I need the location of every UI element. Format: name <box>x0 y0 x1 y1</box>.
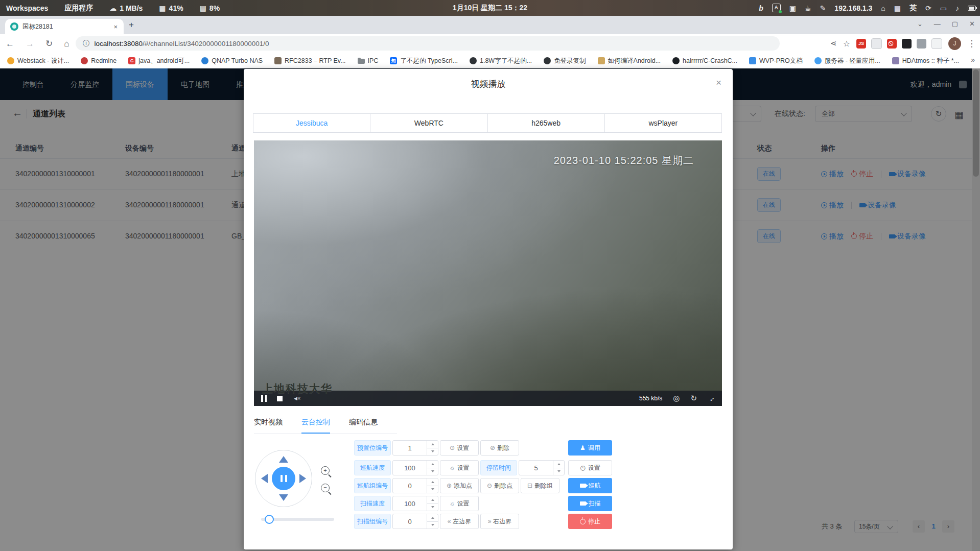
ptz-up-arrow[interactable] <box>279 456 288 463</box>
ptz-button-删除[interactable]: ⊘删除 <box>480 440 519 456</box>
bing-tray-icon[interactable]: b <box>759 4 763 12</box>
applications-menu[interactable]: 应用程序 <box>58 4 99 13</box>
extension-puzzle-icon[interactable] <box>917 39 926 49</box>
volume-icon[interactable]: ♪ <box>955 4 959 12</box>
workspace-grid-icon[interactable]: ▦ <box>894 4 901 12</box>
ptz-speed-slider[interactable] <box>261 518 334 521</box>
clipboard-tray-icon[interactable]: ▣ <box>789 4 796 12</box>
window-minimize-icon[interactable]: — <box>934 20 941 28</box>
player-refresh-icon[interactable]: ↻ <box>690 394 697 403</box>
spinner-up-icon[interactable] <box>553 461 564 468</box>
number-input[interactable]: 100 <box>392 496 438 511</box>
player-settings-icon[interactable]: ◎ <box>673 394 680 403</box>
caffeine-tray-icon[interactable]: ☕ <box>805 4 811 12</box>
spinner-down-icon[interactable] <box>427 486 438 493</box>
colorpicker-tray-icon[interactable]: ✎ <box>820 4 826 12</box>
share-icon[interactable]: ⋖ <box>830 39 837 48</box>
ptz-action-巡航[interactable]: 巡航 <box>568 478 612 493</box>
spinner-up-icon[interactable] <box>427 441 438 448</box>
dialog-close-icon[interactable]: × <box>716 77 721 88</box>
zoom-out-icon[interactable] <box>321 484 330 492</box>
ptz-button-设置[interactable]: ☼设置 <box>440 496 479 511</box>
slider-thumb[interactable] <box>265 515 274 524</box>
bookmark-item-11[interactable]: WVP-PRO文档 <box>749 57 803 65</box>
bookmark-item-3[interactable]: QNAP Turbo NAS <box>201 57 263 64</box>
ptz-down-arrow[interactable] <box>279 494 288 501</box>
profile-avatar[interactable]: J <box>948 37 961 50</box>
new-tab-button[interactable]: + <box>129 20 134 30</box>
spinner-up-icon[interactable] <box>427 478 438 486</box>
spinner-down-icon[interactable] <box>427 448 438 456</box>
bookmark-item-13[interactable]: HDAtmos :: 种子 *... <box>892 57 959 65</box>
display-tray-icon[interactable]: ▭ <box>940 4 947 12</box>
spinner-down-icon[interactable] <box>553 468 564 475</box>
stop-icon[interactable] <box>277 396 283 401</box>
input-language-indicator[interactable]: 英 <box>909 4 917 13</box>
number-input[interactable]: 0 <box>392 514 438 529</box>
ptz-action-停止[interactable]: 停止 <box>568 514 612 529</box>
ptz-action-扫描[interactable]: 扫描 <box>568 496 612 511</box>
bookmark-item-0[interactable]: Webstack - 设计... <box>7 57 69 65</box>
bookmark-item-6[interactable]: 知了不起的 TypeScri... <box>390 57 458 65</box>
spinner-up-icon[interactable] <box>427 514 438 522</box>
player-tab-h265web[interactable]: h265web <box>488 114 605 132</box>
screen-rotate-icon[interactable]: ⟳ <box>925 4 931 12</box>
forward-icon[interactable]: → <box>20 39 40 49</box>
ptz-button-设置[interactable]: ☼设置 <box>440 460 479 475</box>
ptz-button-左边界[interactable]: «左边界 <box>440 514 479 529</box>
workspaces-button[interactable]: Workspaces <box>0 4 54 12</box>
player-tab-jessibuca[interactable]: Jessibuca <box>253 114 370 132</box>
ptz-button-设置[interactable]: ⊙设置 <box>440 440 479 456</box>
ime-indicator-icon[interactable]: A <box>772 4 781 12</box>
spinner-up-icon[interactable] <box>427 496 438 504</box>
extension-window-icon[interactable] <box>931 38 942 49</box>
ptz-button-删除点[interactable]: ⊖删除点 <box>480 478 519 493</box>
window-close-icon[interactable]: ✕ <box>969 20 975 28</box>
pause-icon[interactable] <box>261 395 267 402</box>
number-input[interactable]: 100 <box>392 460 438 475</box>
browser-menu-icon[interactable]: ⋮ <box>967 38 976 49</box>
ptz-button-右边界[interactable]: »右边界 <box>480 514 519 529</box>
tab-search-icon[interactable]: ⌄ <box>917 20 923 28</box>
extension-js-icon[interactable]: JS <box>856 39 866 49</box>
spinner-down-icon[interactable] <box>427 522 438 529</box>
home-icon[interactable]: ⌂ <box>58 39 75 49</box>
zoom-in-icon[interactable] <box>321 466 330 475</box>
ptz-action-设置[interactable]: ◷设置 <box>568 460 612 475</box>
address-bar[interactable]: ⓘ localhost:38080/#/channelList/34020000… <box>76 36 780 51</box>
tab-close-icon[interactable]: × <box>112 23 119 31</box>
bookmark-item-12[interactable]: 服务器 - 轻量应用... <box>814 57 880 65</box>
bookmarks-overflow-icon[interactable]: » <box>971 56 975 64</box>
ptz-center-button[interactable] <box>272 467 295 490</box>
back-icon[interactable]: ← <box>0 39 20 49</box>
extension-blocker-icon[interactable]: ⃠ <box>887 39 897 49</box>
bookmark-item-10[interactable]: hairrrrr/C-CrashC... <box>672 57 737 64</box>
number-input[interactable]: 1 <box>392 440 438 456</box>
ptz-button-添加点[interactable]: ⊕添加点 <box>440 478 479 493</box>
fullscreen-icon[interactable]: ↔ <box>706 393 716 403</box>
spinner-down-icon[interactable] <box>427 468 438 475</box>
reload-icon[interactable]: ↻ <box>40 38 58 49</box>
ptz-button-删除组[interactable]: ⊟删除组 <box>521 478 559 493</box>
spinner-up-icon[interactable] <box>427 461 438 468</box>
sub-tab-0[interactable]: 实时视频 <box>254 418 283 434</box>
ptz-action-调用[interactable]: ♟调用 <box>568 440 612 456</box>
extension-wallet-icon[interactable] <box>871 38 882 49</box>
site-info-icon[interactable]: ⓘ <box>83 39 90 48</box>
sub-tab-2[interactable]: 编码信息 <box>349 418 378 434</box>
browser-tab[interactable]: 国标28181 × <box>5 19 124 34</box>
extension-dark-icon[interactable] <box>902 39 912 49</box>
bookmark-star-icon[interactable]: ☆ <box>843 39 850 49</box>
sub-tab-1[interactable]: 云台控制 <box>301 418 330 434</box>
bookmark-item-5[interactable]: IPC <box>358 57 379 64</box>
bookmark-item-8[interactable]: 免登录复制 <box>544 57 586 65</box>
ptz-left-arrow[interactable] <box>261 474 268 483</box>
number-input[interactable]: 0 <box>392 478 438 493</box>
player-tab-webrtc[interactable]: WebRTC <box>370 114 487 132</box>
volume-muted-icon[interactable]: ◄× <box>293 395 299 401</box>
bookmark-item-9[interactable]: 如何编译Android... <box>598 57 661 65</box>
window-maximize-icon[interactable]: ▢ <box>952 20 958 28</box>
bookmark-item-7[interactable]: 1.8W字了不起的... <box>470 57 532 65</box>
ptz-right-arrow[interactable] <box>299 474 306 483</box>
bookmark-item-1[interactable]: Redmine <box>81 57 116 64</box>
